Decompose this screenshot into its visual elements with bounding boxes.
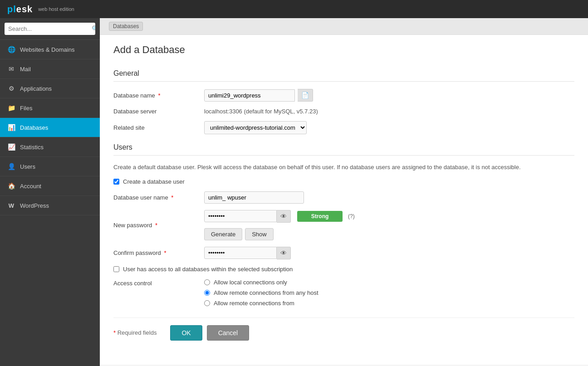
files-icon: 📁 bbox=[7, 104, 15, 112]
globe-icon: 🌐 bbox=[7, 45, 15, 54]
statistics-icon: 📈 bbox=[7, 143, 15, 151]
account-icon: 🏠 bbox=[7, 182, 15, 190]
sidebar-label-users: Users bbox=[20, 163, 35, 170]
wordpress-icon: W bbox=[7, 201, 15, 210]
sidebar-item-files[interactable]: 📁 Files bbox=[0, 98, 100, 118]
password-help-icon[interactable]: (?) bbox=[348, 213, 355, 220]
sidebar-item-account[interactable]: 🏠 Account bbox=[0, 176, 100, 196]
users-section-title: Users bbox=[113, 143, 574, 156]
new-password-label: New password * bbox=[113, 222, 204, 229]
db-server-text: localhost:3306 (default for MySQL, v5.7.… bbox=[204, 108, 318, 115]
page-content: Add a Database General Database name * 📄 bbox=[100, 35, 588, 365]
db-username-required: * bbox=[170, 194, 174, 201]
password-buttons-row: Generate Show bbox=[204, 228, 274, 240]
radio-remote-any-label: Allow remote connections from any host bbox=[214, 289, 318, 296]
db-name-icon-btn[interactable]: 📄 bbox=[298, 89, 313, 102]
generate-button[interactable]: Generate bbox=[204, 228, 242, 240]
sidebar-item-wordpress[interactable]: W WordPress bbox=[0, 196, 100, 215]
sidebar: 🔍 🌐 Websites & Domains ✉ Mail ⚙ Applicat… bbox=[0, 18, 100, 366]
breadcrumb[interactable]: Databases bbox=[109, 22, 143, 31]
radio-remote-any[interactable] bbox=[204, 290, 210, 296]
db-username-label: Database user name * bbox=[113, 194, 204, 201]
related-site-label: Related site bbox=[113, 124, 204, 131]
databases-icon: 📊 bbox=[7, 123, 15, 132]
create-user-label: Create a database user bbox=[123, 178, 185, 185]
content-area: Databases Add a Database General Databas… bbox=[100, 18, 588, 366]
sidebar-label-files: Files bbox=[20, 105, 32, 112]
plesk-subtitle: web host edition bbox=[38, 6, 74, 12]
db-name-label: Database name * bbox=[113, 92, 204, 99]
users-section: Users Create a default database user. Pl… bbox=[113, 143, 574, 307]
sidebar-item-applications[interactable]: ⚙ Applications bbox=[0, 79, 100, 98]
db-server-label: Database server bbox=[113, 108, 204, 115]
db-name-input[interactable] bbox=[204, 89, 295, 102]
db-name-row: Database name * 📄 bbox=[113, 89, 574, 102]
sidebar-label-wordpress: WordPress bbox=[20, 202, 49, 209]
confirm-password-wrapper: 👁 bbox=[204, 247, 291, 259]
sidebar-item-statistics[interactable]: 📈 Statistics bbox=[0, 137, 100, 157]
access-control-row: Access control Allow local connections o… bbox=[113, 279, 574, 307]
users-icon: 👤 bbox=[7, 162, 15, 171]
required-note: * Required fields bbox=[113, 329, 157, 336]
db-username-input[interactable] bbox=[204, 191, 304, 204]
related-site-value: unlimited-wordpress-tutorial.com bbox=[204, 121, 307, 134]
radio-remote-any-row: Allow remote connections from any host bbox=[204, 289, 318, 296]
top-header: plesk web host edition bbox=[0, 0, 588, 18]
password-toggle-icon[interactable]: 👁 bbox=[277, 210, 291, 223]
create-user-checkbox[interactable] bbox=[113, 179, 119, 185]
users-description: Create a default database user. Plesk wi… bbox=[113, 163, 574, 172]
new-password-row: New password * 👁 Strong (?) Gener bbox=[113, 210, 574, 240]
search-box: 🔍 bbox=[5, 23, 95, 35]
radio-local[interactable] bbox=[204, 279, 210, 285]
confirm-password-input[interactable] bbox=[204, 247, 277, 259]
action-row: * Required fields OK Cancel bbox=[113, 317, 574, 341]
access-all-row: User has access to all databases within … bbox=[113, 266, 574, 273]
radio-remote-from-label: Allow remote connections from bbox=[214, 300, 294, 307]
page-title: Add a Database bbox=[113, 44, 574, 60]
confirm-password-value: 👁 bbox=[204, 247, 291, 259]
search-button[interactable]: 🔍 bbox=[88, 23, 95, 35]
applications-icon: ⚙ bbox=[7, 84, 15, 93]
access-control-options: Allow local connections only Allow remot… bbox=[204, 279, 318, 307]
search-input[interactable] bbox=[5, 23, 88, 35]
radio-local-label: Allow local connections only bbox=[214, 279, 287, 286]
related-site-select[interactable]: unlimited-wordpress-tutorial.com bbox=[204, 121, 307, 134]
db-name-value: 📄 bbox=[204, 89, 313, 102]
radio-local-row: Allow local connections only bbox=[204, 279, 318, 286]
sidebar-item-websites-domains[interactable]: 🌐 Websites & Domains bbox=[0, 40, 100, 59]
general-section: General Database name * 📄 Database serve… bbox=[113, 69, 574, 134]
sidebar-label-statistics: Statistics bbox=[20, 144, 44, 151]
confirm-password-required: * bbox=[162, 249, 167, 256]
sidebar-label-applications: Applications bbox=[20, 85, 52, 92]
db-username-value bbox=[204, 191, 304, 204]
radio-remote-from-row: Allow remote connections from bbox=[204, 300, 318, 307]
ok-button[interactable]: OK bbox=[170, 325, 202, 341]
new-password-input[interactable] bbox=[204, 210, 277, 222]
related-site-row: Related site unlimited-wordpress-tutoria… bbox=[113, 121, 574, 134]
sidebar-item-mail[interactable]: ✉ Mail bbox=[0, 59, 100, 79]
cancel-button[interactable]: Cancel bbox=[207, 325, 250, 341]
breadcrumb-bar: Databases bbox=[100, 18, 588, 35]
sidebar-item-users[interactable]: 👤 Users bbox=[0, 157, 100, 176]
sidebar-label-websites-domains: Websites & Domains bbox=[20, 46, 74, 53]
plesk-logo-text: plesk bbox=[7, 4, 33, 15]
access-all-checkbox[interactable] bbox=[113, 266, 119, 272]
db-username-row: Database user name * bbox=[113, 191, 574, 204]
confirm-password-toggle-icon[interactable]: 👁 bbox=[277, 247, 291, 259]
db-server-value: localhost:3306 (default for MySQL, v5.7.… bbox=[204, 108, 318, 115]
password-strength-bar: Strong bbox=[297, 211, 343, 222]
sidebar-label-account: Account bbox=[20, 183, 41, 190]
sidebar-item-databases[interactable]: 📊 Databases bbox=[0, 118, 100, 137]
confirm-password-row: Confirm password * 👁 bbox=[113, 247, 574, 259]
mail-icon: ✉ bbox=[7, 65, 15, 73]
password-input-wrapper: 👁 bbox=[204, 210, 291, 223]
show-button[interactable]: Show bbox=[245, 228, 274, 240]
db-name-required: * bbox=[157, 92, 161, 99]
search-container: 🔍 bbox=[0, 18, 100, 40]
access-all-label: User has access to all databases within … bbox=[123, 266, 293, 273]
new-password-value: 👁 Strong (?) Generate Show bbox=[204, 210, 355, 240]
radio-remote-from[interactable] bbox=[204, 300, 210, 306]
new-password-required: * bbox=[153, 222, 157, 229]
confirm-password-label: Confirm password * bbox=[113, 249, 204, 256]
sidebar-label-mail: Mail bbox=[20, 66, 31, 73]
